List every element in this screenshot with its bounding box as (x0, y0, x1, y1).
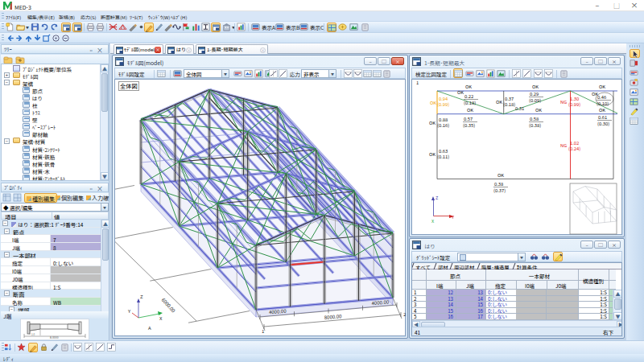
svg-text:Y: Y (452, 214, 454, 220)
svg-text:OK: OK (496, 98, 502, 105)
svg-text:OK: OK (465, 83, 472, 90)
svg-text:(0.37): (0.37) (493, 187, 506, 194)
svg-text:NG: NG (560, 142, 567, 149)
svg-text:8000.00: 8000.00 (324, 312, 342, 321)
svg-text:1.0: 1.0 (31, 333, 35, 336)
svg-text:(0.30): (0.30) (597, 120, 609, 127)
svg-text:4000.00: 4000.00 (269, 307, 287, 316)
svg-text:(0.99): (0.99) (568, 101, 580, 108)
svg-text:(0.18): (0.18) (464, 99, 476, 106)
svg-text:1: 1 (416, 80, 419, 86)
svg-text:2: 2 (403, 311, 407, 318)
svg-text:6000.00: 6000.00 (160, 296, 178, 315)
svg-text:(0.35): (0.35) (463, 121, 475, 129)
svg-text:OK: OK (599, 106, 605, 113)
svg-text:OK: OK (497, 171, 504, 179)
svg-text:A: A (148, 324, 151, 331)
svg-text:(0.24): (0.24) (568, 145, 580, 152)
svg-text:OK: OK (599, 83, 605, 90)
svg-text:0.31: 0.31 (515, 105, 524, 112)
svg-text:(0.18): (0.18) (503, 101, 515, 108)
svg-text:8.0000: 8.0000 (50, 335, 59, 339)
svg-text:OK: OK (467, 106, 473, 113)
svg-text:OK: OK (430, 99, 436, 106)
svg-text:(0.16): (0.16) (437, 121, 449, 129)
svg-text:(0.38): (0.38) (529, 121, 541, 129)
svg-text:Y: Y (128, 307, 131, 315)
svg-text:OK: OK (429, 119, 436, 126)
svg-text:(0.09): (0.09) (529, 97, 541, 104)
svg-text:(0.11): (0.11) (437, 153, 449, 160)
svg-text:NG: NG (560, 98, 567, 105)
svg-text:X: X (431, 218, 435, 224)
svg-text:OK: OK (535, 106, 542, 113)
svg-text:OK: OK (429, 150, 436, 158)
svg-text:Z: Z (436, 195, 439, 201)
svg-text:OK: OK (457, 88, 464, 96)
svg-text:OK: OK (532, 83, 539, 90)
svg-text:1: 1 (262, 327, 264, 335)
svg-text:(0.99): (0.99) (437, 101, 449, 108)
svg-text:Z: Z (140, 293, 143, 300)
svg-text:X: X (159, 315, 163, 322)
